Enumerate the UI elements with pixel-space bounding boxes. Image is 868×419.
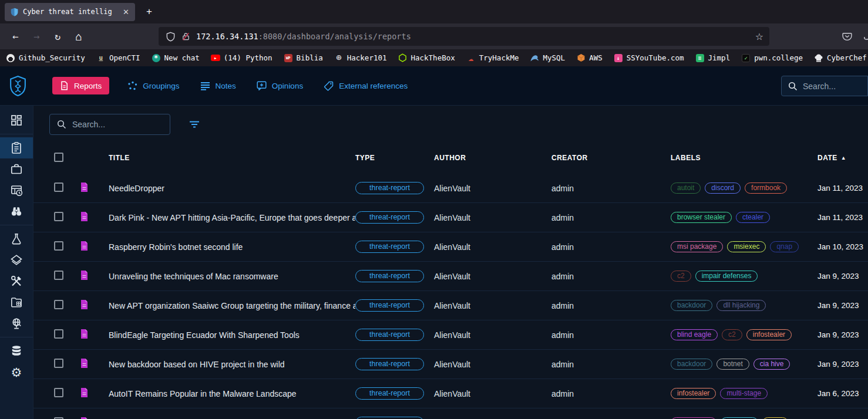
- table-row[interactable]: Dark Pink - New APT hitting Asia-Pacific…: [33, 203, 868, 232]
- sidebar-item-import[interactable]: [0, 292, 33, 313]
- url-text[interactable]: 172.16.34.131:8080/dashboard/analysis/re…: [196, 32, 749, 41]
- type-chip: threat-report: [355, 299, 424, 312]
- bookmark-biblia[interactable]: WPBiblia: [284, 53, 323, 63]
- arsenal-icon: [10, 232, 23, 245]
- bookmark-14-python[interactable]: ▶(14) Python: [211, 53, 272, 63]
- row-checkbox[interactable]: [54, 183, 63, 192]
- table-row[interactable]: BlindEagle Targeting Ecuador With Sharpe…: [33, 320, 868, 350]
- bookmark-tryhackme[interactable]: ☁TryHackMe: [466, 53, 519, 63]
- home-icon[interactable]: ⌂: [70, 28, 87, 45]
- browser-tab[interactable]: Cyber threat intellig ✕: [5, 3, 135, 21]
- tab-reports[interactable]: Reports: [52, 77, 109, 94]
- column-header-labels[interactable]: LABELS: [671, 154, 817, 162]
- sidebar-item-observations[interactable]: [0, 201, 33, 222]
- back-icon[interactable]: ←: [7, 28, 23, 45]
- bookmark-aws[interactable]: AWS: [576, 53, 603, 63]
- sidebar-item-data[interactable]: [0, 340, 33, 361]
- openai-icon: *: [152, 53, 161, 63]
- report-date: Jan 11, 2023: [817, 184, 868, 192]
- row-checkbox[interactable]: [54, 241, 63, 251]
- mysql-icon: [530, 53, 539, 63]
- table-row[interactable]: Raspberry Robin's botnet second lifethre…: [33, 232, 868, 262]
- insecure-lock-icon[interactable]: [181, 32, 190, 41]
- table-row[interactable]: AutoIT Remains Popular in the Malware La…: [33, 379, 868, 408]
- ssyoutube-icon: ↓: [614, 53, 623, 63]
- bookmark-ssyoutube-com[interactable]: ↓SSYouTube.com: [614, 53, 684, 63]
- opencti-logo-icon[interactable]: [9, 76, 33, 96]
- sidebar-item-arsenal[interactable]: [0, 228, 33, 249]
- tab-close-icon[interactable]: ✕: [122, 8, 130, 16]
- row-checkbox[interactable]: [54, 359, 63, 368]
- toolbar-partial-icon[interactable]: [860, 28, 868, 45]
- sidebar-item-analysis[interactable]: [0, 137, 33, 158]
- tag-icon: [324, 81, 334, 91]
- tab-groupings[interactable]: Groupings: [125, 77, 181, 94]
- table-row[interactable]: New backdoor based on HIVE project in th…: [33, 350, 868, 379]
- tryhackme-icon: ☁: [466, 53, 476, 63]
- bookmark-star-icon[interactable]: ☆: [755, 31, 763, 42]
- forward-icon[interactable]: →: [28, 28, 45, 45]
- groupings-icon: [127, 81, 137, 90]
- tracking-protection-shield-icon[interactable]: [166, 32, 176, 42]
- bookmark-opencti[interactable]: uOpenCTI: [96, 53, 140, 63]
- column-header-date[interactable]: DATE▲: [817, 154, 868, 162]
- table-header: TITLETYPEAUTHORCREATORLABELSDATE▲: [33, 147, 868, 169]
- select-all-checkbox[interactable]: [54, 153, 63, 162]
- row-checkbox[interactable]: [54, 300, 63, 309]
- sidebar-item-entities[interactable]: [0, 271, 33, 292]
- list-search[interactable]: [49, 114, 170, 135]
- topbar-search[interactable]: [781, 76, 868, 96]
- filter-icon[interactable]: [189, 121, 200, 129]
- bookmark-github-security[interactable]: Github_Security: [6, 53, 85, 63]
- row-checkbox[interactable]: [54, 271, 63, 280]
- wordpress-icon: WP: [284, 53, 293, 63]
- topbar-search-input[interactable]: [803, 82, 867, 91]
- bookmark-new-chat[interactable]: *New chat: [152, 53, 200, 63]
- sidebar-item-dashboard[interactable]: [0, 110, 33, 131]
- cyberchef-icon: [814, 53, 823, 63]
- table-row[interactable]: New APT organization Saaiwc Group target…: [33, 291, 868, 320]
- sidebar-item-techniques[interactable]: [0, 249, 33, 271]
- bookmark-jimpl[interactable]: ≡Jimpl: [695, 53, 731, 63]
- bookmark-mysql[interactable]: MySQL: [530, 53, 565, 63]
- report-date: Jan 9, 2023: [817, 330, 868, 339]
- sidebar-item-locations[interactable]: [0, 313, 33, 334]
- url-bar[interactable]: 172.16.34.131:8080/dashboard/analysis/re…: [159, 27, 769, 46]
- bookmark-hacker101[interactable]: ⊕Hacker101: [334, 53, 387, 63]
- column-header-type[interactable]: TYPE: [355, 154, 434, 162]
- bookmark-cyberchef[interactable]: CyberChef: [814, 53, 867, 63]
- app-top-bar: ReportsGroupingsNotesOpinionsExternal re…: [0, 66, 868, 106]
- pocket-icon[interactable]: [839, 28, 855, 45]
- list-search-input[interactable]: [72, 120, 170, 129]
- events-icon: [10, 184, 23, 197]
- sidebar-item-settings[interactable]: ⚙: [0, 361, 33, 383]
- column-header-creator[interactable]: CREATOR: [551, 154, 671, 162]
- label-chip: c2: [722, 329, 742, 340]
- table-row[interactable]: NeedleDropperthreat-reportAlienVaultadmi…: [33, 174, 868, 203]
- hackthebox-icon: [398, 53, 407, 63]
- table-row[interactable]: threat-report: [33, 408, 868, 419]
- reload-icon[interactable]: ↻: [49, 28, 66, 45]
- row-checkbox[interactable]: [54, 212, 63, 221]
- label-chip: botnet: [716, 359, 749, 370]
- sidebar-item-cases[interactable]: [0, 158, 33, 180]
- nav-tab-label: External references: [339, 82, 408, 90]
- table-row[interactable]: Unraveling the techniques of Mac ransomw…: [33, 262, 868, 291]
- tab-external-references[interactable]: External references: [321, 77, 410, 94]
- tab-opinions[interactable]: Opinions: [254, 77, 305, 94]
- column-header-title[interactable]: TITLE: [109, 154, 355, 162]
- report-creator: admin: [551, 184, 671, 193]
- new-tab-button[interactable]: +: [141, 4, 157, 20]
- row-checkbox[interactable]: [54, 388, 63, 397]
- report-file-icon: [80, 417, 89, 419]
- bookmark-hackthebox[interactable]: HackTheBox: [398, 53, 455, 63]
- tab-notes[interactable]: Notes: [198, 77, 238, 94]
- report-title: New APT organization Saaiwc Group target…: [109, 301, 355, 310]
- sidebar-item-events[interactable]: [0, 180, 33, 201]
- label-chip: msiexec: [727, 241, 766, 252]
- report-file-icon: [80, 270, 89, 283]
- row-checkbox[interactable]: [54, 329, 63, 339]
- row-checkbox[interactable]: [54, 417, 63, 419]
- column-header-author[interactable]: AUTHOR: [434, 154, 551, 162]
- bookmark-pwn-college[interactable]: ✓pwn.college: [741, 53, 803, 63]
